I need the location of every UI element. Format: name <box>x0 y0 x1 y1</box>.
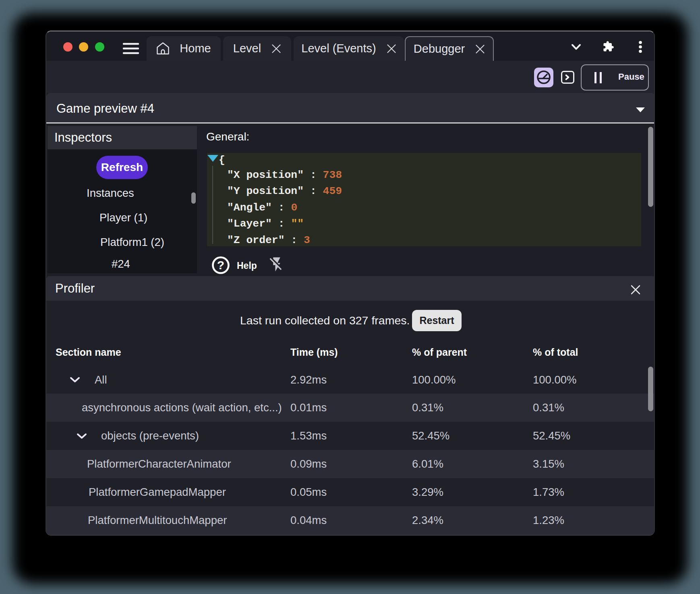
svg-text:?: ? <box>217 258 224 272</box>
